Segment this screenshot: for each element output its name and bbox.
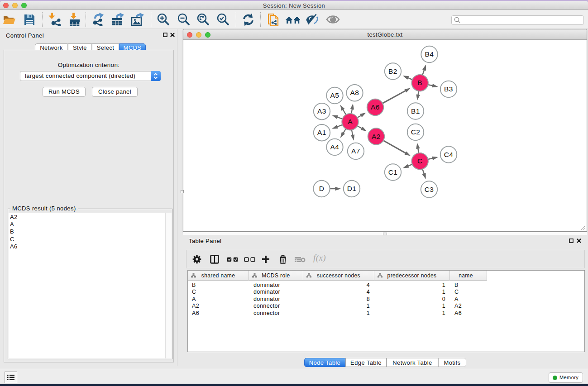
svg-text:B1: B1 <box>411 107 420 115</box>
svg-text:C3: C3 <box>425 186 434 193</box>
svg-text:C2: C2 <box>411 128 421 136</box>
svg-text:D1: D1 <box>347 185 357 192</box>
svg-text:A7: A7 <box>351 147 360 155</box>
svg-text:B2: B2 <box>388 67 397 75</box>
svg-text:C1: C1 <box>388 168 398 176</box>
svg-text:A6: A6 <box>371 103 380 111</box>
svg-text:A8: A8 <box>350 89 359 96</box>
svg-text:A: A <box>348 118 353 125</box>
svg-text:A3: A3 <box>317 107 326 115</box>
svg-text:D: D <box>319 185 325 192</box>
svg-text:A4: A4 <box>330 143 339 151</box>
svg-text:A5: A5 <box>330 91 339 99</box>
svg-text:B: B <box>417 79 422 86</box>
svg-text:B3: B3 <box>444 85 453 93</box>
svg-text:A2: A2 <box>372 133 381 140</box>
svg-text:C4: C4 <box>444 151 454 158</box>
svg-text:B4: B4 <box>425 50 434 58</box>
svg-text:C: C <box>417 157 423 165</box>
svg-text:A1: A1 <box>317 129 326 136</box>
